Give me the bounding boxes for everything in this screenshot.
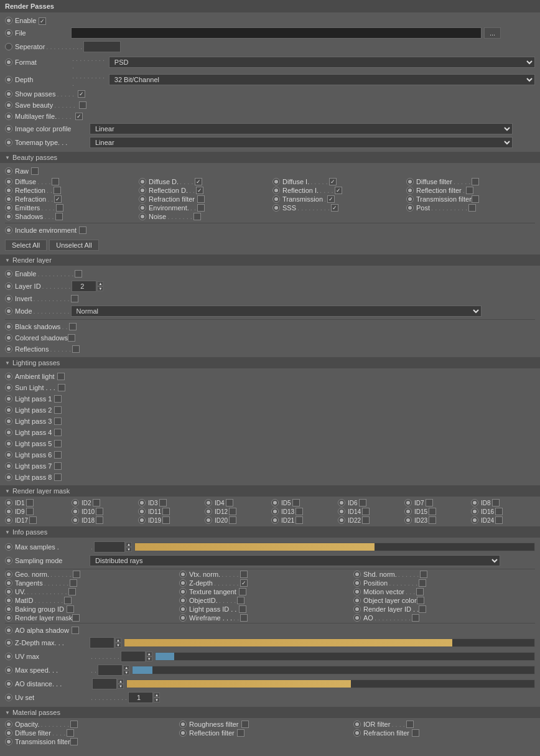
light-pass-id-checkbox[interactable] xyxy=(239,605,246,613)
id23-checkbox[interactable] xyxy=(429,516,436,524)
light-pass-7-checkbox[interactable] xyxy=(54,462,62,470)
post-checkbox[interactable] xyxy=(468,204,476,212)
rl-colored-shadows-checkbox[interactable] xyxy=(68,334,75,342)
object-layer-color-checkbox[interactable] xyxy=(417,597,424,604)
rl-reflections-radio[interactable] xyxy=(5,345,12,353)
sun-light-checkbox[interactable] xyxy=(58,384,65,391)
mat-ior-filter-checkbox[interactable] xyxy=(406,721,414,728)
tonemap-select[interactable]: Linear Filmic xyxy=(90,137,513,148)
raw-radio[interactable] xyxy=(5,167,12,175)
mat-refraction-filter-checkbox[interactable] xyxy=(412,729,419,737)
save-beauty-radio[interactable] xyxy=(5,101,12,109)
light-pass-8-checkbox[interactable] xyxy=(54,474,62,481)
unselect-all-button[interactable]: Unselect All xyxy=(49,240,98,251)
file-input[interactable] xyxy=(71,27,482,39)
id9-checkbox[interactable] xyxy=(26,508,34,515)
uv-max-radio[interactable] xyxy=(5,653,12,660)
uv-max-arrows[interactable]: ▲ ▼ xyxy=(146,651,152,661)
ao-distance-down[interactable]: ▼ xyxy=(118,684,124,689)
z-depth-max-spinner[interactable]: ▲ ▼ xyxy=(90,637,121,648)
max-speed-radio[interactable] xyxy=(5,666,12,674)
mat-transmission-filter-checkbox[interactable] xyxy=(70,738,78,745)
lighting-passes-header[interactable]: Lighting passes xyxy=(0,357,540,368)
vtx-norm-checkbox[interactable] xyxy=(240,571,248,578)
baking-group-checkbox[interactable] xyxy=(67,605,74,613)
rl-invert-radio[interactable] xyxy=(5,295,12,302)
refraction-checkbox[interactable] xyxy=(54,195,62,203)
id18-checkbox[interactable] xyxy=(96,516,103,524)
reflection-i-checkbox[interactable] xyxy=(335,187,342,194)
browse-button[interactable]: ... xyxy=(484,27,501,39)
save-beauty-checkbox[interactable] xyxy=(79,101,86,109)
emitters-checkbox[interactable] xyxy=(56,204,63,212)
max-speed-up[interactable]: ▲ xyxy=(123,665,129,670)
ambient-light-checkbox[interactable] xyxy=(57,373,65,380)
uv-max-down[interactable]: ▼ xyxy=(146,656,152,661)
material-passes-header[interactable]: Material passes xyxy=(0,707,540,718)
light-pass-2-checkbox[interactable] xyxy=(54,406,62,414)
file-radio[interactable] xyxy=(5,29,12,37)
z-depth-checkbox[interactable] xyxy=(240,579,248,587)
diffuse-d-checkbox[interactable] xyxy=(195,178,202,185)
transmission-filter-checkbox[interactable] xyxy=(472,195,479,203)
depth-select[interactable]: 32 Bit/Channel 16 Bit/Channel 8 Bit/Chan… xyxy=(109,74,535,85)
layer-id-input[interactable] xyxy=(72,281,96,292)
max-samples-up[interactable]: ▲ xyxy=(126,542,132,547)
id4-checkbox[interactable] xyxy=(226,499,233,506)
id20-checkbox[interactable] xyxy=(229,516,236,524)
ao-distance-up[interactable]: ▲ xyxy=(118,679,124,684)
id12-checkbox[interactable] xyxy=(229,508,236,515)
id8-checkbox[interactable] xyxy=(492,499,500,506)
id10-checkbox[interactable] xyxy=(96,508,103,515)
rl-enable-checkbox[interactable] xyxy=(75,270,82,278)
shd-norm-checkbox[interactable] xyxy=(420,571,427,578)
ao-distance-radio[interactable] xyxy=(5,680,12,688)
z-depth-down[interactable]: ▼ xyxy=(115,643,121,648)
id1-checkbox[interactable] xyxy=(26,499,34,506)
max-samples-spinner[interactable]: ▲ ▼ xyxy=(94,541,132,553)
matid-checkbox[interactable] xyxy=(64,597,72,604)
ao-checkbox[interactable] xyxy=(412,614,419,622)
layer-id-spinner[interactable]: ▲ ▼ xyxy=(72,281,103,292)
uv-set-arrows[interactable]: ▲ ▼ xyxy=(154,693,160,702)
rl-black-shadows-checkbox[interactable] xyxy=(69,323,77,330)
light-pass-4-checkbox[interactable] xyxy=(54,429,62,436)
mat-roughness-filter-checkbox[interactable] xyxy=(241,721,249,728)
ao-distance-spinner[interactable]: ▲ ▼ xyxy=(92,678,124,689)
diffuse-i-checkbox[interactable] xyxy=(329,178,337,185)
id7-checkbox[interactable] xyxy=(426,499,433,506)
reflection-filter-checkbox[interactable] xyxy=(466,187,473,194)
wireframe-checkbox[interactable] xyxy=(240,614,248,622)
z-depth-max-radio[interactable] xyxy=(5,639,12,646)
format-radio[interactable] xyxy=(5,58,12,66)
uv-set-radio[interactable] xyxy=(5,694,12,701)
refraction-filter-checkbox[interactable] xyxy=(197,195,205,203)
mat-diffuse-filter-checkbox[interactable] xyxy=(67,729,74,737)
ao-distance-arrows[interactable]: ▲ ▼ xyxy=(118,679,124,689)
reflection-d-checkbox[interactable] xyxy=(196,187,203,194)
id16-checkbox[interactable] xyxy=(495,508,503,515)
max-samples-radio[interactable] xyxy=(5,543,12,551)
render-layer-id-checkbox[interactable] xyxy=(419,605,426,613)
tonemap-radio[interactable] xyxy=(5,139,12,146)
render-layer-header[interactable]: Render layer xyxy=(0,254,540,266)
geo-norm-checkbox[interactable] xyxy=(73,571,80,578)
mat-opacity-checkbox[interactable] xyxy=(70,721,78,728)
id11-checkbox[interactable] xyxy=(162,508,170,515)
id21-checkbox[interactable] xyxy=(296,516,303,524)
image-color-radio[interactable] xyxy=(5,125,12,133)
rl-black-shadows-radio[interactable] xyxy=(5,323,12,330)
show-passes-checkbox[interactable] xyxy=(78,90,85,98)
max-samples-down[interactable]: ▼ xyxy=(126,547,132,552)
raw-checkbox[interactable] xyxy=(31,167,39,175)
uv-set-spinner[interactable]: ▲ ▼ xyxy=(128,692,160,703)
render-layer-mask-header[interactable]: Render layer mask xyxy=(0,485,540,497)
enable-radio[interactable] xyxy=(5,17,12,24)
uv-max-input[interactable] xyxy=(121,651,146,662)
tangents-checkbox[interactable] xyxy=(70,579,77,587)
shadows-checkbox[interactable] xyxy=(55,213,63,220)
id19-checkbox[interactable] xyxy=(162,516,170,524)
rl-layerid-radio[interactable] xyxy=(5,282,12,290)
light-pass-5-checkbox[interactable] xyxy=(54,440,62,447)
separator-radio[interactable] xyxy=(5,43,12,50)
